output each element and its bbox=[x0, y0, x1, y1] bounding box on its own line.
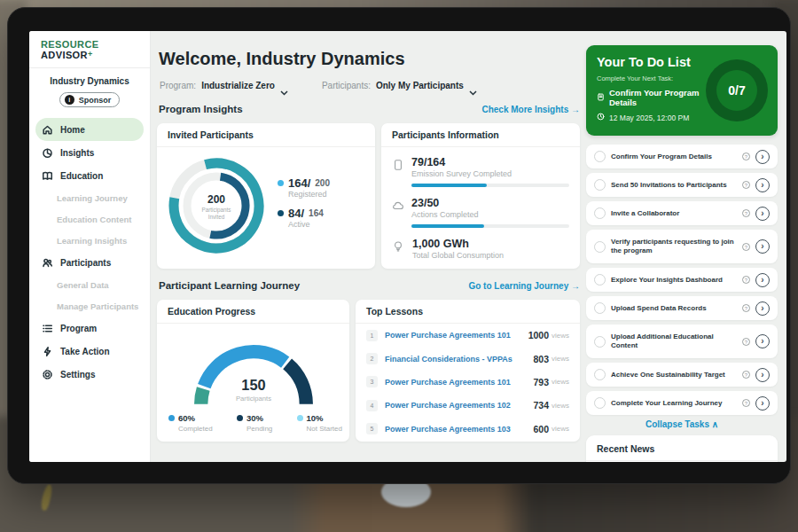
sidebar-item-learning-journey[interactable]: Learning Journey bbox=[29, 187, 150, 208]
check-more-insights-link[interactable]: Check More Insights → bbox=[481, 105, 580, 114]
info-icon[interactable]: ? bbox=[742, 153, 750, 160]
program-dropdown[interactable]: Program: Industrialize Zero bbox=[160, 81, 288, 90]
sidebar-item-program[interactable]: Program bbox=[29, 317, 150, 340]
todo-item[interactable]: Confirm Your Program Details ? › bbox=[586, 145, 778, 168]
consumption-icon bbox=[392, 238, 405, 260]
sponsor-badge[interactable]: i Sponsor bbox=[59, 92, 121, 107]
main-content: Welcome, Industry Dynamics Program: Indu… bbox=[151, 31, 586, 462]
info-icon[interactable]: ? bbox=[742, 371, 750, 379]
logo-secondary: ADVISOR bbox=[41, 50, 88, 60]
info-icon[interactable]: ? bbox=[742, 243, 750, 251]
todo-item[interactable]: Invite a Collaborator ? › bbox=[586, 201, 778, 225]
chevron-right-icon[interactable]: › bbox=[755, 273, 770, 287]
rank-badge: 1 bbox=[366, 330, 378, 341]
sidebar-item-settings[interactable]: Settings bbox=[29, 363, 150, 386]
info-icon[interactable]: ? bbox=[742, 338, 750, 346]
lesson-link[interactable]: Power Purchase Agreements 101 bbox=[385, 331, 528, 340]
info-icon[interactable]: ? bbox=[742, 209, 750, 217]
lesson-link[interactable]: Financial Considerations - VPPAs bbox=[385, 355, 533, 364]
todo-item[interactable]: Explore Your Insights Dashboard ? › bbox=[586, 268, 778, 292]
bolt-icon bbox=[42, 346, 53, 357]
todo-progress-ring: 0/7 bbox=[706, 59, 768, 121]
sidebar-item-label: General Data bbox=[57, 280, 109, 290]
stat-actions-completed: 23/50 Actions Completed bbox=[392, 197, 567, 228]
checkbox[interactable] bbox=[594, 179, 606, 191]
top-lessons-card: Top Lessons 1 Power Purchase Agreements … bbox=[356, 300, 580, 442]
sidebar-item-participants[interactable]: Participants bbox=[29, 251, 150, 274]
program-insights-header: Program Insights Check More Insights → bbox=[159, 104, 580, 114]
todo-panel: Your To Do List Complete Your Next Task:… bbox=[586, 31, 778, 462]
sidebar-item-label: Program bbox=[60, 324, 97, 333]
insights-icon bbox=[42, 147, 53, 159]
todo-item[interactable]: Upload Additional Educational Content ? … bbox=[586, 325, 778, 358]
participants-dropdown[interactable]: Participants: Only My Participants bbox=[322, 81, 477, 90]
sidebar-item-label: Participants bbox=[60, 258, 111, 268]
lesson-link[interactable]: Power Purchase Agreements 103 bbox=[385, 425, 533, 434]
stat-global-consumption: 1,000 GWh Total Global Consumption bbox=[392, 238, 567, 260]
sidebar-item-manage-participants[interactable]: Manage Participants bbox=[29, 295, 150, 317]
lesson-link[interactable]: Power Purchase Agreements 101 bbox=[385, 378, 533, 387]
card-title: Top Lessons bbox=[356, 300, 580, 324]
progress-track bbox=[411, 224, 569, 228]
checkbox[interactable] bbox=[594, 302, 606, 314]
sidebar-item-label: Education bbox=[60, 171, 103, 181]
checkbox[interactable] bbox=[594, 397, 606, 409]
sidebar-item-label: Home bbox=[60, 125, 85, 135]
sponsor-label: Sponsor bbox=[79, 96, 112, 105]
sidebar-item-take-action[interactable]: Take Action bbox=[29, 340, 150, 363]
sidebar-item-insights[interactable]: Insights bbox=[29, 141, 150, 164]
education-gauge-chart: 150 Participants bbox=[178, 328, 329, 410]
todo-item[interactable]: Complete Your Learning Journey ? › bbox=[586, 391, 778, 415]
todo-item[interactable]: Upload Spend Data Records ? › bbox=[586, 296, 778, 320]
go-to-learning-journey-link[interactable]: Go to Learning Journey → bbox=[468, 281, 580, 291]
sidebar-item-home[interactable]: Home bbox=[35, 118, 144, 141]
svg-text:200: 200 bbox=[207, 193, 225, 206]
checkbox[interactable] bbox=[594, 274, 606, 286]
checkbox[interactable] bbox=[594, 241, 606, 253]
todo-item[interactable]: Verify participants requesting to join t… bbox=[586, 230, 778, 263]
lesson-link[interactable]: Power Purchase Agreements 102 bbox=[385, 401, 533, 410]
program-label: Program: bbox=[160, 81, 196, 90]
sidebar-item-label: Take Action bbox=[60, 347, 110, 356]
chevron-right-icon[interactable]: › bbox=[755, 334, 770, 348]
sidebar-item-education[interactable]: Education bbox=[29, 164, 150, 187]
checkbox[interactable] bbox=[594, 207, 606, 219]
participants-label: Participants: bbox=[322, 81, 371, 90]
info-icon[interactable]: ? bbox=[742, 181, 750, 189]
lesson-row: 3 Power Purchase Agreements 101 793views bbox=[356, 371, 580, 394]
recent-news-title: Recent News bbox=[586, 435, 778, 461]
chevron-right-icon[interactable]: › bbox=[755, 368, 770, 382]
invited-participants-card: Invited Participants 200 Participants In… bbox=[157, 123, 375, 269]
info-icon[interactable]: ? bbox=[742, 276, 750, 284]
todo-list: Confirm Your Program Details ? › Send 50… bbox=[586, 145, 778, 429]
legend-pending: 30% Pending bbox=[237, 413, 272, 433]
sidebar-item-education-content[interactable]: Education Content bbox=[29, 208, 150, 230]
info-icon[interactable]: ? bbox=[742, 399, 750, 407]
chevron-right-icon[interactable]: › bbox=[755, 207, 770, 221]
chevron-right-icon[interactable]: › bbox=[755, 301, 770, 316]
learning-journey-header: Participant Learning Journey Go to Learn… bbox=[159, 280, 580, 291]
logo-plus: + bbox=[88, 50, 93, 59]
rank-badge: 5 bbox=[366, 423, 378, 434]
rank-badge: 3 bbox=[366, 376, 378, 387]
checkbox[interactable] bbox=[594, 369, 606, 380]
sidebar-item-label: Education Content bbox=[57, 215, 131, 224]
legend-dot bbox=[168, 415, 175, 421]
legend-registered: 164/200 Registered bbox=[278, 176, 330, 199]
chevron-right-icon[interactable]: › bbox=[755, 150, 770, 164]
sidebar-item-general-data[interactable]: General Data bbox=[29, 274, 150, 295]
chevron-right-icon[interactable]: › bbox=[755, 178, 770, 192]
home-icon bbox=[42, 124, 53, 136]
todo-item[interactable]: Achieve One Sustainability Target ? › bbox=[586, 363, 778, 387]
chevron-right-icon[interactable]: › bbox=[755, 396, 770, 411]
logo-primary: RESOURCE bbox=[41, 39, 99, 50]
chevron-right-icon[interactable]: › bbox=[755, 239, 770, 254]
todo-item[interactable]: Send 50 Invitations to Participants ? › bbox=[586, 173, 778, 197]
checkbox[interactable] bbox=[594, 151, 606, 162]
stat-emission-survey: 79/164 Emission Survey Completed bbox=[392, 156, 567, 187]
info-icon[interactable]: ? bbox=[742, 304, 750, 312]
sidebar-item-learning-insights[interactable]: Learning Insights bbox=[29, 230, 150, 251]
todo-summary-card: Your To Do List Complete Your Next Task:… bbox=[586, 45, 778, 136]
collapse-tasks-link[interactable]: Collapse Tasks ∧ bbox=[586, 419, 778, 429]
checkbox[interactable] bbox=[594, 336, 606, 348]
